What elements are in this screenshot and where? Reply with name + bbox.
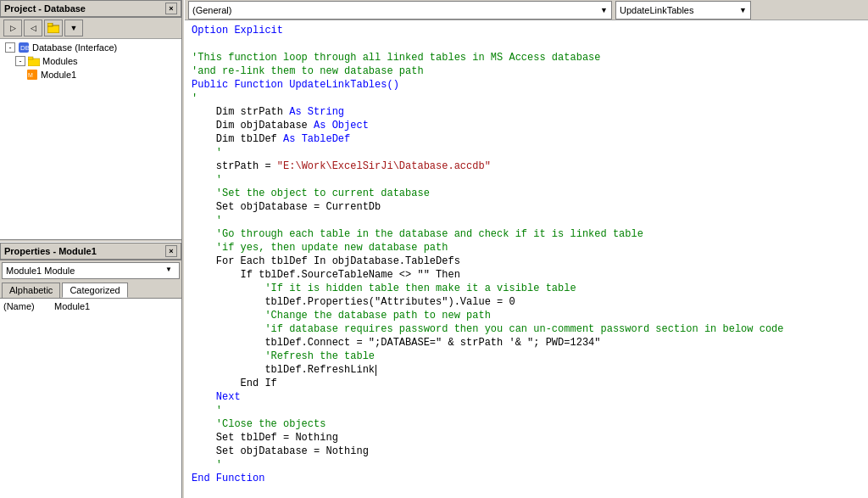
svg-text:DB: DB — [20, 44, 30, 52]
code-token: 'Close the objects — [192, 418, 326, 430]
code-token: Public Function UpdateLinkTables() — [192, 79, 399, 91]
code-line: strPath = "E:\Work\ExcelSirJi\Database.a… — [192, 159, 868, 173]
code-line: Set tblDef = Nothing — [192, 431, 868, 445]
code-line: If tblDef.SourceTableName <> "" Then — [192, 268, 868, 282]
code-token: tblDef.RefreshLink — [192, 364, 375, 376]
code-line — [192, 37, 868, 51]
project-toolbar: ▷ ◁ ▼ — [0, 18, 181, 39]
toolbar-btn1[interactable]: ▷ — [3, 20, 22, 36]
prop-row-name: (Name) Module1 — [2, 300, 180, 312]
properties-tabs: Alphabetic Categorized — [0, 281, 181, 298]
dropdown-general[interactable]: (General) ▼ — [188, 1, 612, 20]
project-panel-close[interactable]: × — [165, 3, 177, 14]
code-token: 'and re-link them to new database path — [192, 65, 424, 77]
tree-item-database[interactable]: - DB Database (Interface) — [2, 41, 180, 54]
code-line: ' — [192, 404, 868, 417]
code-token: As — [314, 120, 326, 131]
svg-rect-1 — [47, 23, 53, 26]
tab-alphabetic[interactable]: Alphabetic — [2, 283, 60, 298]
code-area[interactable]: Option Explicit'This function loop throu… — [185, 20, 868, 498]
code-line: For Each tblDef In objDatabase.TableDefs — [192, 255, 868, 268]
code-panel: (General) ▼ UpdateLinkTables ▼ Option Ex… — [185, 0, 868, 498]
code-token: Dim tblDef — [192, 133, 283, 145]
code-line: 'if database requires password then you … — [192, 322, 868, 336]
svg-rect-5 — [28, 57, 33, 59]
code-line: Set objDatabase = Nothing — [192, 445, 868, 458]
code-token: If tblDef.SourceTableName <> "" Then — [192, 269, 460, 281]
tree-label-modules: Modules — [42, 56, 78, 66]
code-token: Object — [326, 120, 368, 131]
code-token: ' — [192, 92, 198, 104]
code-line: 'Change the database path to new path — [192, 309, 868, 322]
code-token: ' — [192, 174, 222, 186]
dropdown-procedure[interactable]: UpdateLinkTables ▼ — [615, 1, 751, 20]
code-token: 'if yes, then update new database path — [192, 242, 448, 254]
code-token: 'Go through each table in the database a… — [192, 228, 643, 240]
code-token: Set objDatabase = CurrentDb — [192, 201, 381, 213]
code-token: 'Change the database path to new path — [192, 310, 491, 322]
code-toolbar: (General) ▼ UpdateLinkTables ▼ — [185, 0, 868, 20]
project-panel-header: Project - Database × — [0, 0, 181, 18]
code-token: 'if database requires password then you … — [192, 323, 784, 335]
properties-panel-close[interactable]: × — [165, 245, 177, 257]
code-token: tblDef.Connect = ";DATABASE=" & strPath … — [192, 337, 600, 349]
code-token: Set tblDef = Nothing — [192, 432, 338, 444]
tab-categorized[interactable]: Categorized — [62, 283, 127, 298]
code-token: Next — [192, 391, 241, 403]
code-token: For Each tblDef In objDatabase.TableDefs — [192, 255, 460, 267]
code-token: 'This function loop through all linked t… — [192, 52, 600, 64]
prop-name-value: Module1 — [54, 301, 178, 311]
code-token: ' — [192, 405, 222, 417]
code-line: Dim strPath As String — [192, 105, 868, 119]
code-token: As — [283, 133, 295, 145]
code-token: 'Refresh the table — [192, 350, 375, 362]
tree-label-database: Database (Interface) — [32, 42, 117, 53]
code-line: ' — [192, 458, 868, 472]
properties-dropdown-label: Module1 Module — [6, 266, 75, 276]
code-line: 'This function loop through all linked t… — [192, 51, 868, 64]
properties-content: (Name) Module1 — [0, 298, 181, 499]
code-line: Public Function UpdateLinkTables() — [192, 78, 868, 92]
prop-name-label: (Name) — [3, 301, 54, 311]
properties-dropdown[interactable]: Module1 Module ▼ — [2, 262, 180, 279]
toolbar-btn3[interactable] — [44, 20, 63, 36]
db-icon: DB — [17, 42, 31, 53]
code-line: ' — [192, 92, 868, 105]
code-line: 'Refresh the table — [192, 350, 868, 363]
project-panel-title: Project - Database — [4, 3, 165, 14]
code-line: ' — [192, 173, 868, 187]
expand-icon-modules[interactable]: - — [15, 56, 25, 66]
code-line: 'and re-link them to new database path — [192, 64, 868, 78]
code-token: TableDef — [295, 133, 350, 145]
folder-icon — [27, 55, 41, 67]
code-line: 'Set the object to current database — [192, 187, 868, 200]
tree-item-modules[interactable]: - Modules — [2, 54, 180, 68]
expand-icon-database[interactable]: - — [5, 42, 15, 53]
code-line: ' — [192, 146, 868, 159]
module-icon: M — [25, 69, 39, 81]
code-token: Option Explicit — [192, 25, 283, 36]
code-token: strPath = — [192, 160, 277, 172]
code-line: 'Close the objects — [192, 417, 868, 431]
toolbar-btn2[interactable]: ◁ — [24, 20, 42, 36]
code-token: As — [289, 106, 301, 118]
code-line: tblDef.RefreshLink — [192, 363, 868, 377]
code-line: 'if yes, then update new database path — [192, 241, 868, 255]
code-token: 'If it is hidden table then make it a vi… — [192, 283, 576, 294]
tree-item-module1[interactable]: M Module1 — [2, 68, 180, 81]
dropdown-general-label: (General) — [192, 5, 231, 15]
dropdown-proc-arrow: ▼ — [739, 6, 747, 14]
code-token: String — [302, 106, 344, 118]
code-token: Set objDatabase = Nothing — [192, 445, 369, 457]
code-token: End Function — [192, 473, 264, 484]
code-line: Set objDatabase = CurrentDb — [192, 200, 868, 214]
properties-panel-title: Properties - Module1 — [4, 246, 165, 256]
project-tree: - DB Database (Interface) - Modules — [0, 39, 181, 239]
code-line: Dim objDatabase As Object — [192, 119, 868, 132]
code-token: Dim objDatabase — [192, 120, 314, 131]
svg-text:M: M — [28, 72, 33, 78]
code-line: 'If it is hidden table then make it a vi… — [192, 282, 868, 295]
code-line: 'Go through each table in the database a… — [192, 227, 868, 241]
toolbar-dropdown[interactable]: ▼ — [64, 20, 83, 36]
code-line: Dim tblDef As TableDef — [192, 132, 868, 146]
